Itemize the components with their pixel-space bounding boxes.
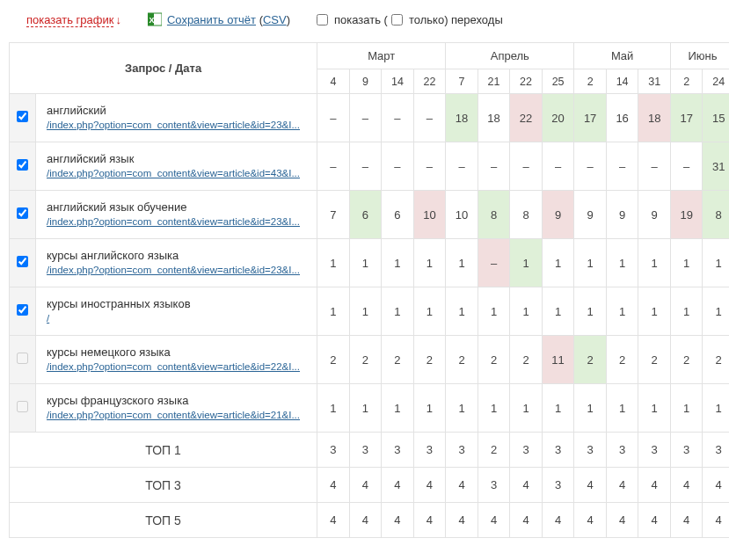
summary-cell: 4: [703, 503, 729, 538]
day-header: 14: [606, 69, 638, 94]
summary-cell: 4: [670, 503, 703, 538]
data-cell: 1: [638, 384, 671, 433]
query-title: курсы английского языка: [47, 248, 306, 264]
row-checkbox[interactable]: [17, 207, 28, 219]
query-date-header: Запрос / Дата: [10, 43, 317, 94]
data-cell: –: [606, 142, 638, 191]
query-title: курсы французского языка: [47, 393, 306, 409]
summary-cell: 3: [542, 433, 574, 468]
query-url-link[interactable]: /index.php?option=com_content&view=artic…: [47, 215, 306, 229]
row-checkbox[interactable]: [17, 353, 28, 364]
query-cell: английский/index.php?option=com_content&…: [36, 94, 317, 142]
day-header: 24: [703, 69, 729, 94]
data-cell: 1: [382, 384, 414, 433]
only-label: только) переходы: [409, 13, 503, 26]
summary-row: ТОП 13333323333333: [10, 433, 730, 468]
summary-cell: 4: [382, 468, 414, 503]
data-cell: 11: [542, 336, 574, 384]
data-cell: 8: [510, 191, 543, 239]
summary-cell: 3: [638, 433, 671, 468]
transitions-toggle: показать ( только) переходы: [317, 13, 503, 26]
summary-cell: 3: [542, 468, 574, 503]
data-cell: 1: [542, 287, 574, 336]
data-cell: 2: [349, 336, 382, 384]
summary-label: ТОП 3: [10, 468, 317, 503]
row-checkbox[interactable]: [17, 304, 28, 316]
data-cell: 1: [574, 384, 607, 433]
row-checkbox[interactable]: [17, 401, 28, 412]
row-check-cell: [10, 384, 36, 433]
show-chart-link[interactable]: показать график↓: [26, 13, 121, 26]
data-cell: 1: [670, 239, 703, 287]
data-cell: 1: [638, 239, 671, 287]
only-transitions-checkbox[interactable]: [391, 14, 403, 25]
data-cell: 1: [413, 384, 446, 433]
show-transitions-checkbox[interactable]: [317, 14, 328, 25]
query-title: курсы иностранных языков: [47, 296, 306, 312]
query-url-link[interactable]: /: [47, 312, 306, 326]
table-row: курсы французского языка/index.php?optio…: [10, 384, 730, 433]
data-cell: 1: [606, 384, 638, 433]
query-url-link[interactable]: /index.php?option=com_content&view=artic…: [47, 409, 306, 423]
summary-cell: 2: [477, 433, 510, 468]
month-header: Март: [317, 43, 446, 69]
day-header: 25: [542, 69, 574, 94]
summary-cell: 4: [638, 503, 671, 538]
data-cell: –: [510, 142, 543, 191]
summary-label: ТОП 5: [10, 503, 317, 538]
data-cell: 1: [638, 287, 671, 336]
summary-cell: 4: [317, 503, 350, 538]
month-header: Июнь: [670, 43, 729, 69]
query-url-link[interactable]: /index.php?option=com_content&view=artic…: [47, 119, 306, 133]
data-cell: 1: [446, 287, 478, 336]
data-cell: 1: [510, 384, 543, 433]
table-row: курсы иностранных языков/1111111111111: [10, 287, 730, 336]
svg-text:X: X: [149, 16, 154, 25]
summary-cell: 4: [510, 468, 543, 503]
row-checkbox[interactable]: [17, 256, 28, 267]
row-check-cell: [10, 336, 36, 384]
data-cell: 6: [349, 191, 382, 239]
table-row: английский/index.php?option=com_content&…: [10, 94, 730, 142]
data-cell: 8: [477, 191, 510, 239]
data-cell: 18: [446, 94, 478, 142]
data-cell: 1: [477, 287, 510, 336]
data-cell: 9: [542, 191, 574, 239]
data-cell: 1: [510, 287, 543, 336]
data-cell: 16: [606, 94, 638, 142]
data-cell: –: [382, 142, 414, 191]
day-header: 7: [446, 69, 478, 94]
data-cell: –: [542, 142, 574, 191]
row-check-cell: [10, 191, 36, 239]
query-title: английский: [47, 103, 306, 119]
data-cell: 1: [446, 384, 478, 433]
summary-cell: 3: [606, 433, 638, 468]
summary-cell: 3: [349, 433, 382, 468]
day-header: 14: [382, 69, 414, 94]
summary-cell: 4: [606, 503, 638, 538]
summary-cell: 3: [413, 433, 446, 468]
data-cell: 1: [606, 287, 638, 336]
day-header: 2: [574, 69, 607, 94]
row-checkbox[interactable]: [17, 111, 28, 122]
data-cell: 1: [382, 239, 414, 287]
summary-cell: 4: [446, 503, 478, 538]
query-cell: курсы английского языка/index.php?option…: [36, 239, 317, 287]
save-report-link[interactable]: Сохранить отчёт (CSV): [167, 13, 290, 26]
data-cell: –: [670, 142, 703, 191]
summary-cell: 3: [574, 433, 607, 468]
query-url-link[interactable]: /index.php?option=com_content&view=artic…: [47, 360, 306, 375]
data-cell: 1: [606, 239, 638, 287]
row-checkbox[interactable]: [17, 159, 28, 171]
day-header: 22: [413, 69, 446, 94]
summary-cell: 3: [317, 433, 350, 468]
data-cell: –: [574, 142, 607, 191]
query-title: курсы немецкого языка: [47, 345, 306, 360]
excel-icon: X: [148, 12, 162, 26]
query-cell: курсы французского языка/index.php?optio…: [36, 384, 317, 433]
csv-link[interactable]: CSV: [263, 13, 287, 26]
query-url-link[interactable]: /index.php?option=com_content&view=artic…: [47, 264, 306, 278]
data-cell: 1: [703, 239, 729, 287]
query-url-link[interactable]: /index.php?option=com_content&view=artic…: [47, 167, 306, 181]
data-cell: 6: [382, 191, 414, 239]
